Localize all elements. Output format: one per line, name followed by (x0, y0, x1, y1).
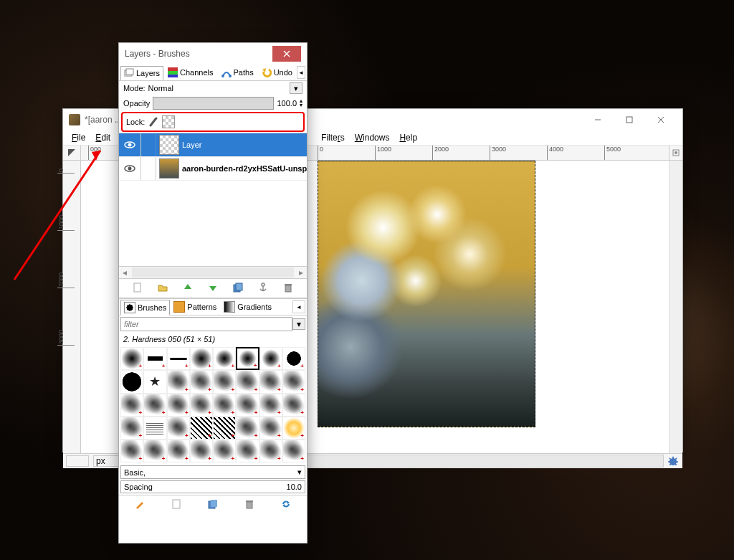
brush-item[interactable]: ★ (143, 370, 166, 393)
layer-name[interactable]: aaron-burden-rd2yxHSSatU-unspla (182, 164, 307, 173)
brush-item[interactable]: + (190, 347, 213, 370)
layer-name[interactable]: Layer (182, 141, 307, 149)
tab-patterns[interactable]: Patterns (170, 299, 220, 315)
tab-gradients[interactable]: Gradients (220, 299, 275, 315)
brush-item[interactable] (143, 417, 166, 440)
svg-rect-10 (126, 69, 133, 75)
raise-layer-icon[interactable] (181, 281, 194, 294)
brush-item[interactable] (120, 370, 143, 393)
brush-item[interactable]: + (190, 370, 213, 393)
brush-item[interactable]: + (143, 347, 166, 370)
menu-windows[interactable]: Windows (351, 131, 394, 144)
brush-item[interactable]: + (282, 347, 305, 370)
brush-item[interactable]: + (236, 370, 259, 393)
blend-mode-select[interactable]: Normal (148, 84, 287, 92)
tab-paths[interactable]: Paths (218, 65, 257, 80)
tab-undo[interactable]: Undo (258, 65, 296, 80)
close-button[interactable] (645, 110, 677, 129)
brushes-config-button[interactable]: ◄ (292, 300, 305, 313)
brush-item[interactable]: + (213, 370, 236, 393)
delete-layer-icon[interactable] (282, 281, 295, 294)
brush-item[interactable]: + (120, 394, 143, 417)
brush-item[interactable]: + (259, 440, 282, 462)
ruler-origin-toggle[interactable] (63, 146, 81, 160)
brush-item[interactable]: + (167, 440, 190, 462)
menu-filters[interactable]: Filters (317, 131, 349, 144)
menu-file[interactable]: File (67, 131, 90, 144)
tab-channels[interactable]: Channels (164, 65, 216, 80)
brush-spacing-row[interactable]: Spacing 10.0 (120, 480, 305, 493)
brush-item[interactable]: + (167, 417, 190, 440)
brush-item[interactable]: + (236, 394, 259, 417)
filter-dropdown-icon[interactable]: ▾ (292, 318, 305, 330)
edit-brush-icon[interactable] (133, 498, 146, 511)
brush-item[interactable]: + (120, 347, 143, 370)
brush-item[interactable]: + (120, 417, 143, 440)
vertical-ruler[interactable]: 0 1000 2000 3000 (63, 161, 81, 453)
brush-item[interactable]: + (143, 440, 166, 462)
brush-item[interactable]: + (167, 347, 190, 370)
lock-pixels-icon[interactable] (148, 116, 159, 128)
layer-visibility-icon[interactable] (119, 133, 141, 156)
brush-item[interactable]: + (282, 370, 305, 393)
patterns-tab-icon (173, 301, 185, 313)
brush-item[interactable]: + (213, 440, 236, 462)
brush-item[interactable]: + (120, 440, 143, 462)
brush-filter-input[interactable] (120, 317, 292, 331)
layer-group-icon[interactable] (156, 281, 169, 294)
brush-item[interactable]: + (236, 417, 259, 440)
ruler-menu-icon[interactable] (669, 146, 682, 160)
layer-row[interactable]: Layer (119, 133, 307, 157)
tab-layers[interactable]: Layers (120, 66, 163, 80)
dock-titlebar[interactable]: Layers - Brushes (119, 43, 307, 65)
layer-link-cell[interactable] (141, 157, 156, 180)
tab-config-button[interactable]: ◄ (297, 66, 305, 79)
mode-dropdown-icon[interactable]: ▾ (290, 82, 302, 94)
new-brush-icon[interactable] (170, 498, 183, 511)
brush-item[interactable]: + (143, 394, 166, 417)
brush-item[interactable]: + (190, 417, 213, 440)
brush-item[interactable]: + (282, 394, 305, 417)
layers-brushes-dock: Layers - Brushes Layers Channels Paths U… (118, 42, 308, 544)
new-layer-icon[interactable] (131, 281, 144, 294)
brush-item[interactable]: + (190, 440, 213, 462)
maximize-button[interactable] (614, 110, 645, 129)
brush-item[interactable]: + (282, 440, 305, 462)
brush-item-selected[interactable]: + (236, 347, 259, 370)
layer-row[interactable]: aaron-burden-rd2yxHSSatU-unspla (119, 157, 307, 181)
brush-item[interactable]: + (167, 370, 190, 393)
brush-item[interactable]: + (282, 417, 305, 440)
lower-layer-icon[interactable] (206, 281, 219, 294)
brush-item[interactable]: + (167, 394, 190, 417)
brush-item[interactable]: + (213, 394, 236, 417)
dock-close-button[interactable] (272, 46, 301, 62)
minimize-button[interactable] (582, 110, 614, 129)
navigation-icon[interactable] (668, 455, 680, 467)
brush-item[interactable]: + (190, 394, 213, 417)
brush-item[interactable]: + (213, 347, 236, 370)
brush-item[interactable]: + (236, 440, 259, 462)
brush-item[interactable]: + (213, 417, 236, 440)
duplicate-brush-icon[interactable] (206, 498, 219, 511)
opacity-slider[interactable] (153, 97, 274, 110)
refresh-brushes-icon[interactable] (280, 498, 292, 511)
duplicate-layer-icon[interactable] (232, 281, 244, 294)
layer-link-cell[interactable] (141, 133, 156, 156)
lock-alpha-icon[interactable] (162, 115, 175, 128)
brush-item[interactable]: + (259, 394, 282, 417)
brush-item[interactable]: + (259, 417, 282, 440)
brush-preset-row[interactable]: Basic, ▾ (120, 465, 305, 479)
layers-hscroll[interactable]: ◂▸ (119, 266, 307, 278)
opacity-spinner[interactable]: ▴▾ (300, 99, 302, 108)
brush-item[interactable]: + (259, 347, 282, 370)
layer-list: Layer aaron-burden-rd2yxHSSatU-unspla (119, 133, 307, 266)
vertical-scrollbar[interactable] (669, 161, 682, 453)
anchor-layer-icon[interactable] (257, 281, 270, 294)
menu-edit[interactable]: Edit (91, 131, 115, 144)
delete-brush-icon[interactable] (243, 498, 256, 511)
layer-visibility-icon[interactable] (119, 157, 141, 180)
brush-item[interactable]: + (259, 370, 282, 393)
menu-help[interactable]: Help (395, 131, 421, 144)
tab-brushes[interactable]: Brushes (120, 300, 170, 315)
svg-marker-37 (282, 504, 285, 507)
